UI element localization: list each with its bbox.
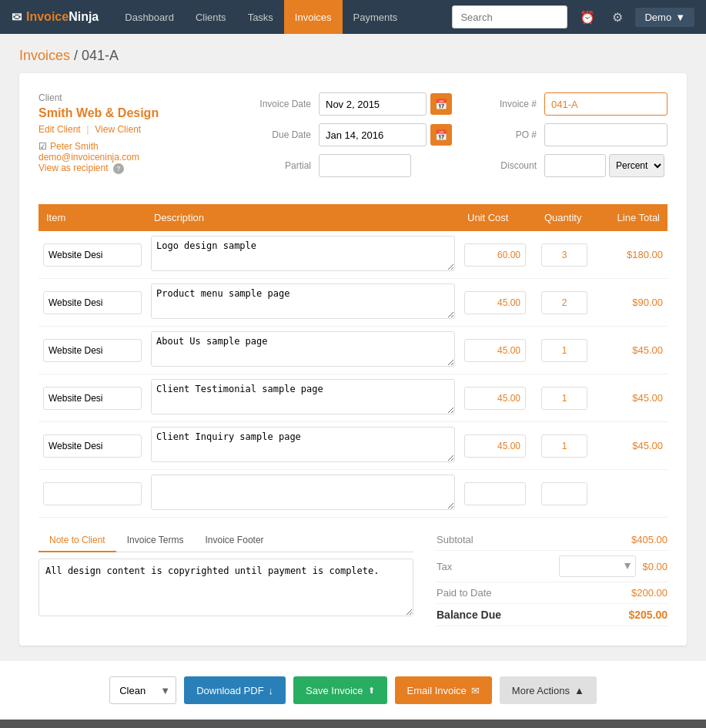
email-invoice-button[interactable]: Email Invoice ✉ bbox=[395, 676, 492, 704]
row-item-cell bbox=[38, 422, 146, 470]
nav-invoices[interactable]: Invoices bbox=[284, 0, 343, 34]
unit-cost-input[interactable] bbox=[464, 291, 526, 314]
help-icon: ? bbox=[113, 163, 124, 174]
item-input[interactable] bbox=[43, 339, 142, 362]
quantity-input[interactable] bbox=[541, 291, 587, 314]
clock-icon-button[interactable]: ⏰ bbox=[575, 7, 600, 28]
unit-cost-input[interactable] bbox=[464, 387, 526, 410]
row-desc-cell: About Us sample page bbox=[146, 327, 460, 374]
settings-icon-button[interactable]: ⚙ bbox=[607, 7, 627, 28]
notes-textarea[interactable]: All design content is copyrighted until … bbox=[38, 559, 413, 616]
invoice-date-input[interactable] bbox=[319, 92, 427, 116]
save-invoice-button[interactable]: Save Invoice ⬆ bbox=[293, 676, 386, 704]
discount-wrap: Percent Amount bbox=[544, 154, 664, 177]
description-textarea[interactable] bbox=[151, 475, 455, 510]
quantity-input[interactable] bbox=[541, 243, 587, 267]
header-item: Item bbox=[38, 204, 146, 231]
navbar-right: ⏰ ⚙ Demo ▼ bbox=[452, 5, 694, 29]
discount-type-select[interactable]: Percent Amount bbox=[609, 154, 664, 177]
more-actions-button[interactable]: More Actions ▲ bbox=[500, 676, 597, 704]
unit-cost-input[interactable] bbox=[464, 434, 526, 458]
quantity-input[interactable] bbox=[541, 482, 587, 505]
bottom-section: Note to Client Invoice Terms Invoice Foo… bbox=[38, 529, 668, 626]
description-textarea[interactable]: About Us sample page bbox=[151, 331, 455, 367]
contact-email-link[interactable]: demo@invoiceninja.com bbox=[38, 152, 139, 163]
row-qty-cell bbox=[537, 231, 598, 279]
discount-row: Discount Percent Amount bbox=[467, 154, 668, 177]
invoice-header: Client Smith Web & Design Edit Client | … bbox=[38, 92, 668, 185]
search-input[interactable] bbox=[452, 5, 567, 29]
items-table-header: Item Description Unit Cost Quantity Line… bbox=[38, 204, 668, 231]
invoice-meta-section: Invoice # PO # Discount Percent Amount bbox=[467, 92, 668, 185]
due-date-row: Due Date 📅 bbox=[234, 123, 452, 146]
nav-links: Dashboard Clients Tasks Invoices Payment… bbox=[114, 0, 408, 34]
contact-checkbox-row: ☑ Peter Smith bbox=[38, 141, 219, 152]
row-cost-cell bbox=[460, 231, 537, 279]
description-textarea[interactable]: Client Testimonial sample page bbox=[151, 379, 455, 414]
tax-value: $0.00 bbox=[642, 561, 668, 572]
row-qty-cell bbox=[537, 327, 598, 374]
item-input[interactable] bbox=[43, 243, 142, 267]
edit-client-link[interactable]: Edit Client bbox=[38, 124, 81, 135]
nav-payments[interactable]: Payments bbox=[343, 0, 409, 34]
link-separator: | bbox=[86, 123, 92, 135]
tax-select[interactable] bbox=[559, 555, 636, 577]
discount-input[interactable] bbox=[544, 154, 606, 177]
invoice-date-calendar-icon[interactable]: 📅 bbox=[430, 93, 452, 115]
row-line-total-cell: $180.00 bbox=[598, 231, 668, 279]
invoice-date-label: Invoice Date bbox=[234, 99, 311, 109]
download-pdf-button[interactable]: Download PDF ↓ bbox=[184, 676, 286, 704]
invoice-num-input[interactable] bbox=[544, 92, 668, 116]
row-cost-cell bbox=[460, 422, 537, 470]
row-item-cell bbox=[38, 327, 146, 374]
quantity-input[interactable] bbox=[541, 339, 587, 362]
breadcrumb: Invoices / 041-A bbox=[0, 34, 706, 73]
quantity-input[interactable] bbox=[541, 387, 587, 410]
header-line-total: Line Total bbox=[598, 204, 668, 231]
quantity-input[interactable] bbox=[541, 434, 587, 458]
row-cost-cell bbox=[460, 327, 537, 374]
item-input[interactable] bbox=[43, 291, 142, 314]
items-table-body: Logo design sample $180.00 Product menu … bbox=[38, 231, 668, 518]
template-select[interactable]: Clean Bold Modern bbox=[109, 676, 176, 704]
due-date-input[interactable] bbox=[319, 123, 427, 146]
unit-cost-input[interactable] bbox=[464, 482, 526, 505]
demo-dropdown-button[interactable]: Demo ▼ bbox=[635, 8, 694, 27]
unit-cost-input[interactable] bbox=[464, 339, 526, 362]
po-input[interactable] bbox=[544, 123, 668, 146]
save-icon: ⬆ bbox=[368, 686, 375, 696]
partial-input[interactable] bbox=[319, 154, 411, 177]
view-recipient-link[interactable]: View as recipient ? bbox=[38, 163, 124, 173]
notes-tabs: Note to Client Invoice Terms Invoice Foo… bbox=[38, 529, 413, 552]
tab-invoice-footer[interactable]: Invoice Footer bbox=[195, 529, 275, 552]
nav-tasks[interactable]: Tasks bbox=[237, 0, 284, 34]
navbar: ✉ InvoiceNinja Dashboard Clients Tasks I… bbox=[0, 0, 706, 34]
due-date-calendar-icon[interactable]: 📅 bbox=[430, 124, 452, 146]
nav-dashboard[interactable]: Dashboard bbox=[114, 0, 185, 34]
view-client-link[interactable]: View Client bbox=[95, 124, 141, 135]
nav-clients[interactable]: Clients bbox=[185, 0, 237, 34]
description-textarea[interactable]: Logo design sample bbox=[151, 236, 455, 271]
unit-cost-input[interactable] bbox=[464, 243, 526, 267]
download-pdf-label: Download PDF bbox=[196, 685, 263, 696]
balance-label: Balance Due bbox=[437, 609, 501, 621]
tab-invoice-terms[interactable]: Invoice Terms bbox=[116, 529, 195, 552]
mail-icon: ✉ bbox=[12, 10, 22, 25]
row-item-cell bbox=[38, 470, 146, 518]
row-item-cell bbox=[38, 374, 146, 422]
item-input[interactable] bbox=[43, 482, 142, 505]
tab-note-to-client[interactable]: Note to Client bbox=[38, 529, 116, 552]
row-qty-cell bbox=[537, 374, 598, 422]
invoice-num-row: Invoice # bbox=[467, 92, 668, 116]
contact-name-link[interactable]: Peter Smith bbox=[50, 141, 99, 152]
breadcrumb-parent[interactable]: Invoices bbox=[19, 48, 70, 63]
description-textarea[interactable]: Client Inquiry sample page bbox=[151, 427, 455, 462]
save-invoice-label: Save Invoice bbox=[306, 685, 363, 696]
breadcrumb-current: 041-A bbox=[82, 48, 119, 63]
discount-label: Discount bbox=[467, 160, 537, 171]
description-textarea[interactable]: Product menu sample page bbox=[151, 283, 455, 319]
row-line-total-cell: $45.00 bbox=[598, 422, 668, 470]
item-input[interactable] bbox=[43, 387, 142, 410]
row-line-total-cell: $90.00 bbox=[598, 279, 668, 327]
item-input[interactable] bbox=[43, 434, 142, 458]
